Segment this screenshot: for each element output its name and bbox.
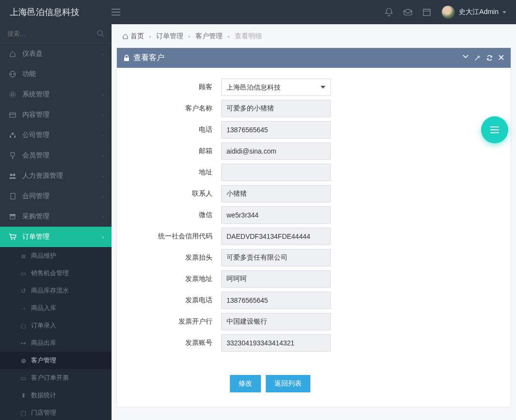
nav: 仪表盘‹ 功能 系统管理‹ 内容管理‹ 公司管理‹ 会员管理‹ 人力资源管理‹ … bbox=[0, 44, 112, 420]
input-invaddr[interactable] bbox=[221, 270, 331, 288]
nav-content[interactable]: 内容管理‹ bbox=[0, 105, 112, 125]
svg-rect-8 bbox=[14, 136, 16, 138]
input-uscc[interactable] bbox=[221, 228, 331, 245]
cogs-icon bbox=[8, 91, 17, 98]
edit-button[interactable]: 修改 bbox=[230, 375, 261, 392]
label-invaddr: 发票地址 bbox=[127, 275, 221, 283]
fab-menu[interactable] bbox=[481, 116, 508, 143]
label-uscc: 统一社会信用代码 bbox=[127, 232, 221, 241]
sub-customer[interactable]: ⊜客户管理 bbox=[0, 352, 112, 369]
label-address: 地址 bbox=[127, 168, 221, 177]
label-invtitle: 发票抬头 bbox=[127, 253, 221, 262]
input-phone[interactable] bbox=[221, 121, 331, 139]
label-email: 邮箱 bbox=[127, 147, 221, 156]
nav-hr[interactable]: 人力资源管理‹ bbox=[0, 166, 112, 186]
nav-system[interactable]: 系统管理‹ bbox=[0, 84, 112, 105]
sitemap-icon bbox=[8, 132, 17, 138]
wrench-button[interactable] bbox=[474, 55, 481, 61]
sub-invoice[interactable]: ▭客户订单开票 bbox=[0, 369, 112, 387]
crm-icon: ▭ bbox=[19, 270, 27, 277]
sub-product[interactable]: ≣商品维护 bbox=[0, 247, 112, 264]
button-row: 修改 返回列表 bbox=[230, 375, 501, 392]
stats-icon: ⬍ bbox=[19, 392, 27, 399]
breadcrumb-home[interactable]: 首页 bbox=[122, 32, 144, 41]
chevron-left-icon: ‹ bbox=[102, 153, 104, 158]
calendar-icon[interactable] bbox=[423, 8, 431, 16]
nav-procure[interactable]: 采购管理‹ bbox=[0, 206, 112, 227]
cart-icon bbox=[8, 233, 17, 240]
bell-icon[interactable] bbox=[385, 8, 393, 16]
input-invacct[interactable] bbox=[221, 334, 331, 352]
svg-point-9 bbox=[10, 174, 13, 176]
input-name[interactable] bbox=[221, 100, 331, 117]
input-invbank[interactable] bbox=[221, 313, 331, 330]
sub-store[interactable]: ▢门店管理 bbox=[0, 404, 112, 420]
sub-orderentry[interactable]: ◻订单录入 bbox=[0, 317, 112, 334]
user-menu[interactable]: 史大江Admin bbox=[441, 5, 506, 19]
topbar-right: 史大江Admin bbox=[385, 5, 516, 19]
chevron-left-icon: ‹ bbox=[102, 133, 104, 138]
nav-member[interactable]: 会员管理‹ bbox=[0, 145, 112, 166]
bookmark-icon: ◻ bbox=[19, 322, 27, 329]
close-button[interactable] bbox=[499, 55, 504, 61]
svg-rect-0 bbox=[423, 9, 430, 16]
input-contact[interactable] bbox=[221, 185, 331, 202]
sub-stockout[interactable]: ↦商品出库 bbox=[0, 334, 112, 352]
hamburger-button[interactable] bbox=[112, 9, 131, 16]
search-icon[interactable] bbox=[97, 30, 104, 37]
nav-company[interactable]: 公司管理‹ bbox=[0, 125, 112, 145]
svg-point-3 bbox=[11, 93, 14, 96]
panel-title: 查看客户 bbox=[133, 53, 459, 63]
svg-point-14 bbox=[11, 239, 12, 240]
card-icon bbox=[8, 112, 17, 118]
svg-rect-6 bbox=[12, 133, 14, 134]
sub-stockin[interactable]: →商品入库 bbox=[0, 299, 112, 317]
svg-rect-5 bbox=[10, 113, 16, 117]
label-contact: 联系人 bbox=[127, 189, 221, 198]
back-button[interactable]: 返回列表 bbox=[266, 375, 310, 392]
home-icon bbox=[8, 50, 17, 57]
sub-stockflow[interactable]: ↺商品库存流水 bbox=[0, 282, 112, 299]
refresh-button[interactable] bbox=[486, 55, 493, 61]
label-customer: 顾客 bbox=[127, 83, 221, 92]
nav-order[interactable]: 订单管理‹ bbox=[0, 227, 112, 247]
sub-sales[interactable]: ▭销售机会管理 bbox=[0, 264, 112, 282]
chevron-left-icon: ‹ bbox=[102, 194, 104, 199]
nav-features[interactable]: 功能 bbox=[0, 64, 112, 84]
chevron-left-icon: ‹ bbox=[102, 51, 104, 57]
input-invtitle[interactable] bbox=[221, 249, 331, 266]
signin-icon: → bbox=[19, 305, 27, 312]
search-input[interactable] bbox=[7, 30, 93, 37]
chevron-left-icon: ‹ bbox=[102, 234, 104, 240]
users-icon bbox=[8, 173, 17, 179]
breadcrumb: 首页 ● 订单管理 ● 客户管理 ● 查看明细 bbox=[112, 24, 516, 47]
nav-dashboard[interactable]: 仪表盘‹ bbox=[0, 44, 112, 64]
history-icon: ↺ bbox=[19, 287, 27, 295]
content: 首页 ● 订单管理 ● 客户管理 ● 查看明细 查看客户 顾客上海邑泊信息科技 bbox=[112, 24, 516, 420]
sep-icon: ● bbox=[227, 34, 230, 39]
input-wechat[interactable] bbox=[221, 206, 331, 224]
brand: 上海邑泊信息科技 bbox=[0, 6, 112, 18]
svg-rect-11 bbox=[11, 193, 15, 199]
breadcrumb-customer[interactable]: 客户管理 bbox=[195, 32, 223, 41]
collapse-button[interactable] bbox=[463, 55, 468, 61]
sep-icon: ● bbox=[149, 34, 151, 39]
chevron-left-icon: ‹ bbox=[102, 92, 104, 97]
label-invbank: 发票开户行 bbox=[127, 317, 221, 326]
input-email[interactable] bbox=[221, 142, 331, 160]
input-invphone[interactable] bbox=[221, 292, 331, 309]
mail-icon[interactable] bbox=[403, 9, 412, 16]
svg-rect-16 bbox=[124, 58, 129, 61]
lock-icon bbox=[124, 55, 129, 62]
svg-point-4 bbox=[10, 92, 16, 97]
panel-tools bbox=[463, 55, 504, 61]
db-icon: ≣ bbox=[19, 252, 27, 260]
svg-point-10 bbox=[13, 174, 16, 176]
chevron-left-icon: ‹ bbox=[102, 112, 104, 118]
breadcrumb-orders[interactable]: 订单管理 bbox=[156, 32, 183, 41]
nav-contract[interactable]: 合同管理‹ bbox=[0, 186, 112, 206]
select-customer[interactable]: 上海邑泊信息科技 bbox=[221, 78, 331, 96]
sub-stats[interactable]: ⬍数据统计 bbox=[0, 387, 112, 404]
breadcrumb-detail: 查看明细 bbox=[235, 32, 262, 41]
input-address[interactable] bbox=[221, 164, 331, 181]
